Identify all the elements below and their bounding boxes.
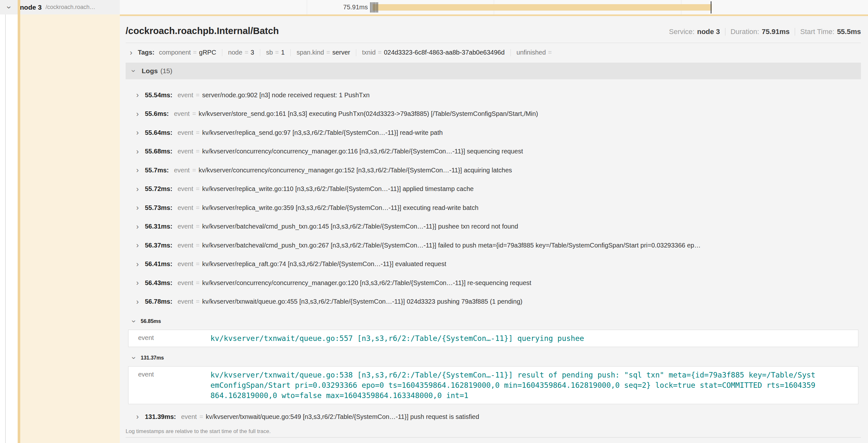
chevron-right-icon[interactable] <box>134 414 141 419</box>
log-message: server/node.go:902 [n3] node received re… <box>202 92 369 99</box>
chevron-down-icon[interactable] <box>6 4 12 10</box>
log-equals: = <box>196 242 200 249</box>
log-row[interactable]: 55.72ms: event = kv/kvserver/replica_wri… <box>126 180 861 199</box>
chevron-right-icon[interactable] <box>134 130 141 135</box>
log-field-key: event <box>178 185 193 193</box>
log-row[interactable]: 56.41ms: event = kv/kvserver/replica_raf… <box>126 255 861 274</box>
log-row[interactable]: 55.54ms: event = server/node.go:902 [n3]… <box>126 86 861 105</box>
span-duration-bar[interactable] <box>373 4 712 10</box>
logs-count: (15) <box>160 67 172 75</box>
log-field-key: event <box>178 148 193 155</box>
tag-divider <box>260 49 260 56</box>
chevron-down-icon[interactable] <box>131 318 137 324</box>
span-timeline-cell[interactable]: 75.91ms <box>120 0 868 14</box>
chevron-right-icon[interactable] <box>134 205 141 211</box>
start-time-label: Start Time: <box>800 28 834 36</box>
tag-key: component <box>159 49 191 56</box>
chevron-right-icon[interactable] <box>134 280 141 286</box>
tags-accordion[interactable]: Tags: component = gRPC node = 3 sb = 1 s… <box>126 43 861 61</box>
log-tick <box>373 2 374 12</box>
chevron-right-icon[interactable] <box>134 299 141 305</box>
chevron-right-icon[interactable] <box>134 111 141 117</box>
log-row[interactable]: 56.43ms: event = kv/kvserver/concurrency… <box>126 273 861 293</box>
log-field-key: event <box>178 242 193 249</box>
tag-equals: = <box>327 49 330 56</box>
logs-footer-note: Log timestamps are relative to the start… <box>126 428 861 438</box>
tag-item[interactable]: unfinished = <box>517 49 554 56</box>
chevron-down-icon[interactable] <box>131 68 136 74</box>
chevron-right-icon[interactable] <box>134 92 141 98</box>
chevron-right-icon[interactable] <box>134 224 141 230</box>
log-timestamp: 55.54ms: <box>145 92 173 99</box>
tag-item[interactable]: sb = 1 <box>266 49 285 56</box>
log-equals: = <box>196 260 200 268</box>
log-row[interactable]: 56.37ms: event = kv/kvserver/batcheval/c… <box>126 236 861 255</box>
tags-label: Tags: <box>138 49 155 56</box>
log-timestamp: 131.39ms: <box>145 413 176 420</box>
span-service-name: node 3 <box>20 3 42 11</box>
log-field-key: event <box>181 413 197 420</box>
log-timestamp: 55.68ms: <box>145 148 173 155</box>
trace-detail-view: node 3 /cockroach.roach… 75.91ms /cockro… <box>0 0 868 443</box>
log-timestamp: 55.73ms: <box>145 204 173 211</box>
log-row[interactable]: 55.73ms: event = kv/kvserver/replica_wri… <box>126 198 861 217</box>
logs-accordion-header[interactable]: Logs (15) <box>126 63 861 79</box>
tag-equals: = <box>275 49 279 56</box>
chevron-right-icon[interactable] <box>134 261 141 267</box>
log-message: kv/kvserver/batcheval/cmd_push_txn.go:14… <box>202 223 518 230</box>
chevron-right-icon[interactable] <box>128 50 134 56</box>
tag-key: unfinished <box>517 49 546 56</box>
log-message: kv/kvserver/store_send.go:161 [n3,s3] ex… <box>198 110 538 117</box>
log-timestamp: 55.64ms: <box>145 129 173 136</box>
log-field-key: event <box>178 223 193 230</box>
log-row[interactable]: 56.31ms: event = kv/kvserver/batcheval/c… <box>126 217 861 236</box>
log-equals: = <box>196 92 200 99</box>
log-equals: = <box>192 167 196 174</box>
service-value: node 3 <box>697 28 720 36</box>
log-expanded-header[interactable]: 56.85ms <box>126 314 861 329</box>
tag-item[interactable]: component = gRPC <box>159 49 216 56</box>
chevron-down-icon[interactable] <box>131 355 137 361</box>
log-field-key: event <box>178 260 193 268</box>
log-row[interactable]: 131.39ms: event = kv/kvserver/txnwait/qu… <box>126 407 861 426</box>
log-field-key: event <box>138 333 210 343</box>
chevron-right-icon[interactable] <box>134 242 141 248</box>
log-event-value: kv/kvserver/txnwait/queue.go:538 [n3,s3,… <box>210 370 817 401</box>
log-timestamp: 56.78ms: <box>145 298 173 305</box>
log-timestamp: 56.31ms: <box>145 223 173 230</box>
tag-key: sb <box>266 49 273 56</box>
tag-item[interactable]: node = 3 <box>228 49 254 56</box>
log-tick <box>374 2 375 12</box>
log-row[interactable]: 55.68ms: event = kv/kvserver/concurrency… <box>126 142 861 161</box>
tag-item[interactable]: span.kind = server <box>297 49 350 56</box>
log-tick <box>370 2 371 12</box>
tag-divider <box>290 49 291 56</box>
meta-divider <box>725 28 725 36</box>
chevron-right-icon[interactable] <box>134 186 141 192</box>
log-field-key: event <box>178 129 193 136</box>
log-equals: = <box>196 148 200 155</box>
log-timestamp: 56.37ms: <box>145 242 173 249</box>
log-field-key: event <box>178 279 193 287</box>
log-message: kv/kvserver/concurrency/concurrency_mana… <box>202 148 523 155</box>
log-expanded-header[interactable]: 131.37ms <box>126 350 861 366</box>
log-row[interactable]: 55.7ms: event = kv/kvserver/concurrency/… <box>126 161 861 180</box>
log-equals: = <box>196 298 200 305</box>
log-tick <box>371 2 372 12</box>
log-equals: = <box>196 279 200 287</box>
log-tick <box>377 2 378 12</box>
span-row[interactable]: node 3 /cockroach.roach… 75.91ms <box>0 0 868 14</box>
log-tick-end <box>711 1 712 13</box>
tag-item[interactable]: txnid = 024d3323-6c8f-4863-aa8b-37ab0e63… <box>362 49 505 56</box>
chevron-right-icon[interactable] <box>134 149 141 155</box>
tag-divider <box>222 49 222 56</box>
log-row[interactable]: 55.6ms: event = kv/kvserver/store_send.g… <box>126 105 861 124</box>
log-row[interactable]: 55.64ms: event = kv/kvserver/replica_sen… <box>126 123 861 142</box>
chevron-right-icon[interactable] <box>134 167 141 173</box>
log-equals: = <box>196 223 200 230</box>
tag-value: gRPC <box>199 49 216 56</box>
log-row[interactable]: 56.78ms: event = kv/kvserver/txnwait/que… <box>126 293 861 311</box>
log-tick <box>372 2 372 12</box>
tag-divider <box>510 49 511 56</box>
log-timestamp: 56.43ms: <box>145 279 173 287</box>
